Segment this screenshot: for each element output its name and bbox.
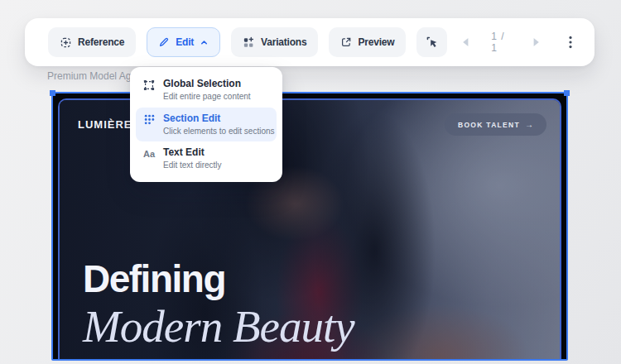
selection-handle-top-right[interactable]	[564, 90, 570, 96]
preview-button[interactable]: Preview	[329, 27, 406, 57]
external-link-icon	[340, 36, 352, 48]
pencil-icon	[158, 36, 170, 48]
menu-item-subtitle: Edit text directly	[163, 160, 222, 171]
book-talent-label: BOOK TALENT	[458, 121, 520, 129]
variations-label: Variations	[261, 36, 306, 48]
cursor-select-icon	[426, 36, 439, 49]
preview-label: Preview	[358, 36, 394, 48]
edit-button[interactable]: Edit	[147, 27, 220, 57]
menu-item-section-edit[interactable]: Section Edit Click elements to edit sect…	[136, 108, 277, 142]
menu-item-subtitle: Click elements to edit sections	[163, 127, 270, 137]
app-window: Reference Edit	[0, 0, 621, 364]
toolbar: Reference Edit	[25, 18, 595, 66]
pager: 1 / 1	[458, 31, 578, 54]
text-edit-aa-icon: Aa	[142, 147, 156, 160]
next-page-button[interactable]	[529, 33, 544, 51]
kebab-icon	[569, 36, 572, 49]
section-edit-grid-icon	[142, 113, 156, 127]
heading-line-1: Defining	[83, 259, 354, 299]
edit-label: Edit	[176, 36, 194, 48]
reference-label: Reference	[78, 36, 124, 48]
reference-button[interactable]: Reference	[48, 27, 136, 57]
edit-dropdown-menu: Global Selection Edit entire page conten…	[130, 67, 282, 182]
global-selection-icon	[142, 79, 156, 92]
reference-target-icon	[60, 36, 72, 49]
menu-item-text-edit[interactable]: Aa Text Edit Edit text directly	[136, 141, 277, 176]
book-talent-button[interactable]: BOOK TALENT →	[445, 113, 546, 136]
heading-line-2: Modern Beauty	[83, 304, 354, 349]
previous-page-button[interactable]	[458, 33, 473, 51]
variations-button[interactable]: Variations	[231, 27, 318, 57]
more-options-button[interactable]	[563, 33, 578, 51]
menu-item-global-selection[interactable]: Global Selection Edit entire page conten…	[136, 73, 277, 108]
variations-grid-plus-icon	[243, 36, 255, 49]
menu-item-title: Section Edit	[163, 113, 270, 125]
chevron-up-icon	[200, 38, 209, 47]
arrow-right-icon: →	[525, 120, 533, 129]
preview-canvas[interactable]: LUMIÈRE Mgmt. BOOK TALENT → Defining Mod…	[51, 92, 568, 361]
logo-wordmark: LUMIÈRE	[78, 118, 132, 131]
cursor-select-button[interactable]	[416, 27, 446, 57]
hero-heading: Defining Modern Beauty	[83, 259, 354, 349]
next-page-icon	[532, 37, 541, 47]
menu-item-title: Text Edit	[163, 146, 222, 159]
canvas-caption: Premium Model Age	[47, 70, 137, 82]
menu-item-title: Global Selection	[163, 78, 251, 90]
menu-item-subtitle: Edit entire page content	[163, 92, 251, 103]
page-indicator: 1 / 1	[491, 31, 511, 54]
selection-handle-top-left[interactable]	[50, 90, 55, 96]
previous-page-icon	[461, 37, 469, 47]
